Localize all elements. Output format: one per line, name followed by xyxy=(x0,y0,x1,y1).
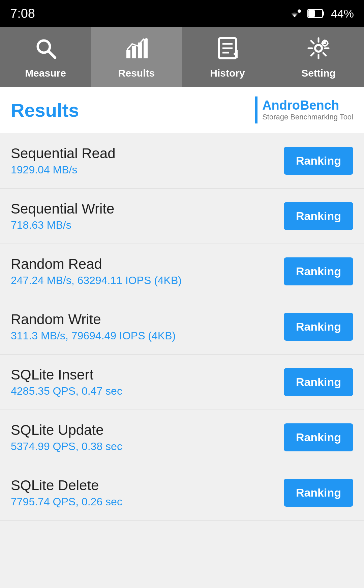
benchmark-random-read-value: 247.24 MB/s, 63294.11 IOPS (4KB) xyxy=(11,274,182,287)
results-header: Results AndroBench Storage Benchmarking … xyxy=(0,87,364,133)
ranking-btn-sequential-write[interactable]: Ranking xyxy=(284,202,353,230)
benchmark-sqlite-update-info: SQLite Update 5374.99 QPS, 0.38 sec xyxy=(11,422,122,453)
tab-setting[interactable]: Setting xyxy=(273,27,364,87)
ranking-btn-sqlite-delete[interactable]: Ranking xyxy=(284,479,353,507)
tab-results-label: Results xyxy=(118,67,155,79)
nav-tabs: Measure Results History xyxy=(0,27,364,87)
battery-icon xyxy=(307,8,325,19)
svg-rect-10 xyxy=(144,39,148,58)
brand-logo: AndroBench Storage Benchmarking Tool xyxy=(255,96,353,123)
setting-icon xyxy=(307,36,330,63)
benchmark-sqlite-insert: SQLite Insert 4285.35 QPS, 0.47 sec Rank… xyxy=(0,355,364,410)
benchmark-random-read: Random Read 247.24 MB/s, 63294.11 IOPS (… xyxy=(0,244,364,299)
benchmark-sequential-write-name: Sequential Write xyxy=(11,201,114,217)
benchmark-random-read-info: Random Read 247.24 MB/s, 63294.11 IOPS (… xyxy=(11,256,182,287)
results-page-title: Results xyxy=(11,99,79,121)
benchmark-random-write-value: 311.3 MB/s, 79694.49 IOPS (4KB) xyxy=(11,330,176,342)
tab-history[interactable]: History xyxy=(182,27,273,87)
brand-text: AndroBench Storage Benchmarking Tool xyxy=(262,99,353,121)
ranking-btn-random-write[interactable]: Ranking xyxy=(284,313,353,341)
tab-history-label: History xyxy=(210,67,245,79)
svg-point-17 xyxy=(315,45,322,52)
results-icon xyxy=(125,36,148,63)
svg-rect-3 xyxy=(323,11,324,16)
brand-highlight: Andro xyxy=(262,98,300,112)
battery-percent: 44% xyxy=(331,7,354,20)
benchmark-sequential-read-name: Sequential Read xyxy=(11,145,116,162)
ranking-btn-sqlite-update[interactable]: Ranking xyxy=(284,423,353,451)
status-bar: 7:08 6 44% xyxy=(0,0,364,27)
svg-rect-4 xyxy=(308,10,315,17)
wifi-icon: 6 xyxy=(288,8,301,19)
brand-bar xyxy=(255,96,257,123)
svg-line-23 xyxy=(323,53,326,56)
benchmark-sqlite-insert-value: 4285.35 QPS, 0.47 sec xyxy=(11,385,122,397)
ranking-btn-sqlite-insert[interactable]: Ranking xyxy=(284,368,353,396)
benchmark-random-read-name: Random Read xyxy=(11,256,182,272)
brand-sub: Storage Benchmarking Tool xyxy=(262,113,353,121)
svg-line-25 xyxy=(311,53,314,56)
benchmark-sqlite-insert-name: SQLite Insert xyxy=(11,367,122,383)
tab-measure-label: Measure xyxy=(25,67,66,79)
benchmark-sequential-read: Sequential Read 1929.04 MB/s Ranking xyxy=(0,133,364,189)
svg-line-22 xyxy=(311,41,314,44)
benchmark-sqlite-delete-value: 7795.74 QPS, 0.26 sec xyxy=(11,496,122,508)
svg-rect-7 xyxy=(126,50,130,58)
benchmark-sqlite-delete-info: SQLite Delete 7795.74 QPS, 0.26 sec xyxy=(11,477,122,508)
benchmark-sequential-write: Sequential Write 718.63 MB/s Ranking xyxy=(0,189,364,244)
history-icon xyxy=(216,36,239,63)
tab-setting-label: Setting xyxy=(301,67,336,79)
status-time: 7:08 xyxy=(10,6,35,21)
benchmark-random-write-info: Random Write 311.3 MB/s, 79694.49 IOPS (… xyxy=(11,311,176,342)
benchmark-sqlite-update-name: SQLite Update xyxy=(11,422,122,438)
benchmark-sqlite-update-value: 5374.99 QPS, 0.38 sec xyxy=(11,440,122,453)
tab-results[interactable]: Results xyxy=(91,27,182,87)
benchmark-sqlite-delete-name: SQLite Delete xyxy=(11,477,122,494)
svg-text:6: 6 xyxy=(299,10,300,13)
measure-icon xyxy=(34,36,57,63)
benchmark-sequential-write-info: Sequential Write 718.63 MB/s xyxy=(11,201,114,231)
benchmark-sequential-read-value: 1929.04 MB/s xyxy=(11,164,116,176)
benchmark-sqlite-update: SQLite Update 5374.99 QPS, 0.38 sec Rank… xyxy=(0,410,364,465)
brand-rest: Bench xyxy=(300,98,339,112)
benchmark-sequential-read-info: Sequential Read 1929.04 MB/s xyxy=(11,145,116,176)
benchmark-random-write: Random Write 311.3 MB/s, 79694.49 IOPS (… xyxy=(0,299,364,355)
brand-name: AndroBench xyxy=(262,99,353,113)
tab-measure[interactable]: Measure xyxy=(0,27,91,87)
svg-rect-8 xyxy=(132,46,136,58)
ranking-btn-random-read[interactable]: Ranking xyxy=(284,257,353,285)
benchmark-sqlite-insert-info: SQLite Insert 4285.35 QPS, 0.47 sec xyxy=(11,367,122,397)
svg-point-27 xyxy=(324,42,326,44)
benchmark-random-write-name: Random Write xyxy=(11,311,176,328)
benchmark-sequential-write-value: 718.63 MB/s xyxy=(11,219,114,231)
svg-line-6 xyxy=(48,51,55,58)
status-icons: 6 44% xyxy=(288,7,354,20)
benchmark-list: Sequential Read 1929.04 MB/s Ranking Seq… xyxy=(0,133,364,521)
benchmark-sqlite-delete: SQLite Delete 7795.74 QPS, 0.26 sec Rank… xyxy=(0,465,364,521)
ranking-btn-sequential-read[interactable]: Ranking xyxy=(284,147,353,175)
